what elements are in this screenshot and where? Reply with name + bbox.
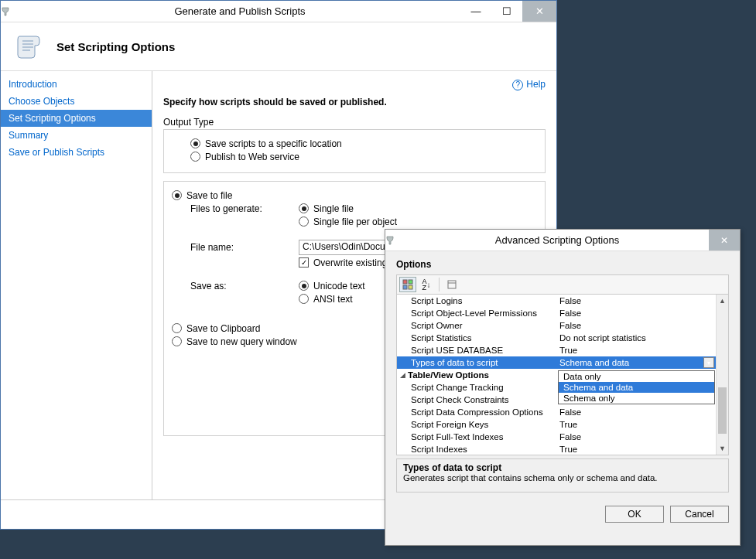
grid-value[interactable]: True — [558, 445, 728, 454]
combo-arrow-icon[interactable]: ▾ — [703, 357, 714, 368]
radio-file-per-object[interactable] — [299, 216, 309, 227]
advanced-dialog: Advanced Scripting Options ✕ Options AZ↓… — [385, 229, 741, 546]
toolbar-separator — [439, 278, 440, 291]
scroll-up-icon[interactable]: ▲ — [717, 295, 728, 307]
scroll-thumb[interactable] — [718, 387, 727, 434]
radio-unicode[interactable] — [299, 281, 309, 291]
page-title: Set Scripting Options — [56, 40, 175, 53]
grid-key-selected: Types of data to script — [411, 358, 558, 367]
grid-value[interactable]: False — [558, 432, 728, 441]
radio-save-new-query-label: Save to new query window — [186, 336, 297, 347]
file-name-label: File name: — [190, 242, 299, 253]
radio-unicode-label: Unicode text — [313, 281, 365, 291]
grid-value[interactable]: False — [558, 308, 728, 318]
titlebar[interactable]: Generate and Publish Scripts — ☐ ✕ — [1, 1, 556, 22]
dropdown-item-data-only[interactable]: Data only — [559, 371, 714, 382]
minimize-button[interactable]: — — [460, 1, 491, 22]
file-name-field[interactable]: C:\Users\Odin\Document — [299, 240, 388, 255]
types-of-data-dropdown[interactable]: Data only Schema and data Schema only — [558, 370, 715, 404]
dialog-title: Advanced Scripting Options — [405, 234, 709, 246]
ok-button[interactable]: OK — [605, 506, 664, 523]
dialog-titlebar[interactable]: Advanced Scripting Options ✕ — [385, 230, 740, 251]
sidebar-item-save-publish[interactable]: Save or Publish Scripts — [1, 144, 152, 161]
svg-rect-0 — [403, 280, 407, 284]
radio-ansi[interactable] — [299, 294, 309, 304]
options-heading: Options — [396, 259, 729, 270]
radio-publish-web-label: Publish to Web service — [205, 152, 299, 162]
cancel-button[interactable]: Cancel — [670, 506, 729, 523]
check-overwrite[interactable] — [299, 257, 309, 268]
property-pages-button[interactable] — [443, 277, 460, 292]
svg-rect-1 — [409, 280, 412, 284]
grid-key: Script Owner — [411, 321, 558, 330]
radio-single-file-label: Single file — [313, 203, 354, 214]
grid-key: Script Check Constraints — [411, 395, 558, 404]
description-panel: Types of data to script Generates script… — [396, 458, 729, 493]
wizard-header: Set Scripting Options — [1, 22, 556, 71]
grid-key: Script Full-Text Indexes — [411, 432, 558, 441]
app-icon — [1, 6, 19, 17]
grid-value[interactable]: True — [558, 420, 728, 429]
grid-value-selected[interactable]: Schema and data — [558, 358, 728, 367]
description-title: Types of data to script — [403, 462, 722, 473]
output-type-group: Save scripts to a specific location Publ… — [163, 129, 546, 173]
dialog-footer: OK Cancel — [385, 497, 740, 531]
grid-toolbar: AZ↓ — [396, 274, 729, 295]
dropdown-item-schema-and-data[interactable]: Schema and data — [559, 382, 714, 393]
property-grid[interactable]: Script LoginsFalse Script Object-Level P… — [396, 295, 729, 455]
svg-rect-4 — [448, 281, 456, 288]
sidebar-item-summary[interactable]: Summary — [1, 127, 152, 144]
grid-value[interactable]: Do not script statistics — [558, 333, 728, 343]
svg-rect-2 — [403, 285, 407, 289]
sidebar-item-introduction[interactable]: Introduction — [1, 76, 152, 93]
categorize-button[interactable] — [399, 277, 416, 292]
grid-key: Script Change Tracking — [411, 383, 558, 392]
radio-single-file[interactable] — [299, 203, 309, 213]
radio-save-new-query[interactable] — [172, 336, 182, 346]
svg-rect-3 — [409, 285, 412, 289]
files-to-generate-label: Files to generate: — [190, 203, 299, 214]
scroll-icon — [13, 30, 46, 63]
sidebar-item-choose-objects[interactable]: Choose Objects — [1, 93, 152, 110]
grid-value[interactable]: False — [558, 407, 728, 417]
window-title: Generate and Publish Scripts — [19, 5, 460, 17]
help-icon: ? — [512, 80, 523, 90]
radio-save-specific[interactable] — [190, 138, 200, 148]
save-as-label: Save as: — [190, 281, 299, 291]
grid-key: Script Foreign Keys — [411, 420, 558, 429]
collapse-icon[interactable]: ◢ — [400, 371, 405, 379]
output-type-label: Output Type — [163, 117, 546, 128]
radio-save-to-file-label: Save to file — [186, 190, 232, 201]
grid-category: Table/View Options — [408, 370, 558, 380]
radio-save-clipboard[interactable] — [172, 323, 182, 333]
dropdown-item-schema-only[interactable]: Schema only — [559, 393, 714, 404]
grid-scrollbar[interactable]: ▲ ▼ — [716, 295, 728, 455]
close-button[interactable]: ✕ — [522, 1, 556, 22]
grid-value[interactable]: False — [558, 321, 728, 330]
radio-save-to-file[interactable] — [172, 190, 182, 200]
radio-save-clipboard-label: Save to Clipboard — [186, 323, 260, 334]
description-text: Generates script that contains schema on… — [403, 473, 722, 482]
grid-key: Script Indexes — [411, 445, 558, 454]
radio-ansi-label: ANSI text — [313, 294, 353, 305]
dialog-app-icon — [385, 235, 405, 246]
radio-publish-web[interactable] — [190, 152, 200, 162]
grid-key: Script Object-Level Permissions — [411, 308, 558, 318]
maximize-button[interactable]: ☐ — [491, 1, 522, 22]
grid-key: Script Statistics — [411, 333, 558, 343]
grid-key: Script USE DATABASE — [411, 346, 558, 355]
lead-text: Specify how scripts should be saved or p… — [163, 97, 546, 107]
radio-file-per-object-label: Single file per object — [313, 216, 397, 227]
grid-key: Script Data Compression Options — [411, 407, 558, 417]
dialog-close-button[interactable]: ✕ — [709, 230, 740, 251]
scroll-down-icon[interactable]: ▼ — [717, 442, 728, 455]
sort-button[interactable]: AZ↓ — [418, 277, 435, 292]
help-link[interactable]: Help — [526, 79, 546, 90]
grid-key: Script Logins — [411, 296, 558, 305]
wizard-sidebar: Introduction Choose Objects Set Scriptin… — [1, 71, 152, 499]
sidebar-item-set-scripting-options[interactable]: Set Scripting Options — [1, 110, 152, 127]
radio-save-specific-label: Save scripts to a specific location — [205, 138, 342, 149]
grid-value[interactable]: True — [558, 346, 728, 355]
grid-value[interactable]: False — [558, 296, 728, 305]
